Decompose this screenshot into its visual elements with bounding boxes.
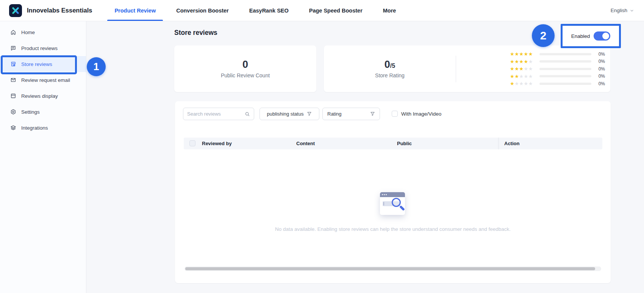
scrollbar-thumb[interactable] xyxy=(185,267,595,270)
search-icon xyxy=(245,111,250,117)
annotation-step2-badge: 2 xyxy=(532,24,555,47)
chat-doc-icon xyxy=(10,45,16,51)
sidebar-item-settings[interactable]: Settings xyxy=(0,104,86,120)
star-empty-icon: ★ xyxy=(524,81,528,86)
select-all-checkbox[interactable] xyxy=(189,140,195,146)
sidebar-item-product-reviews[interactable]: Product reviews xyxy=(0,40,86,56)
star-empty-icon: ★ xyxy=(519,74,524,79)
percentage-bar xyxy=(539,75,591,77)
star-filled-icon: ★ xyxy=(510,66,514,71)
enabled-toggle-label: Enabled xyxy=(571,33,590,39)
brand-name: Innovelabs Essentials xyxy=(27,7,92,14)
store-rating-suffix: /5 xyxy=(390,63,395,69)
search-reviews-input[interactable] xyxy=(187,111,242,117)
star-filled-icon: ★ xyxy=(514,66,519,71)
public-review-count-card: 0 Public Review Count xyxy=(174,45,316,92)
rating-breakdown-row-4-star: ★★★★★0% xyxy=(510,59,605,64)
tab-conversion-booster[interactable]: Conversion Booster xyxy=(166,0,239,21)
star-filled-icon: ★ xyxy=(519,66,524,71)
sidebar-item-integrations[interactable]: Integrations xyxy=(0,120,86,136)
star-icons: ★★★★★ xyxy=(510,52,536,56)
rating-filter[interactable]: Rating xyxy=(322,108,380,120)
language-selector[interactable]: English xyxy=(611,0,634,21)
brand: Innovelabs Essentials xyxy=(9,0,92,21)
tab-more[interactable]: More xyxy=(373,0,406,21)
rating-breakdown-row-1-star: ★★★★★0% xyxy=(510,81,605,86)
star-filled-icon: ★ xyxy=(510,81,514,86)
sidebar: HomeProduct reviewsStore reviewsReview r… xyxy=(0,21,86,293)
sidebar-item-label: Integrations xyxy=(21,125,48,131)
star-filled-icon: ★ xyxy=(519,59,524,64)
star-empty-icon: ★ xyxy=(524,74,528,79)
star-icons: ★★★★★ xyxy=(510,81,536,86)
sidebar-item-label: Home xyxy=(21,30,35,35)
language-label: English xyxy=(611,8,627,13)
store-reviews-enabled-toggle[interactable] xyxy=(594,31,610,41)
app-window: Innovelabs Essentials Product ReviewConv… xyxy=(0,0,644,293)
reviews-panel: publishing status Rating With Image/Vide… xyxy=(175,101,611,283)
funnel-icon xyxy=(370,111,375,116)
nav-tabs: Product ReviewConversion BoosterEasyRank… xyxy=(104,0,406,21)
empty-state-illustration xyxy=(380,192,405,215)
magnifier-icon xyxy=(392,198,401,207)
store-rating-label: Store Rating xyxy=(375,72,405,78)
layers-icon xyxy=(10,125,16,131)
star-filled-icon: ★ xyxy=(510,74,514,79)
star-filled-icon: ★ xyxy=(524,52,528,56)
empty-state-message: No data available. Enabling store review… xyxy=(175,226,611,232)
funnel-icon xyxy=(307,111,312,116)
star-icons: ★★★★★ xyxy=(510,66,536,71)
percentage-label: 0% xyxy=(595,59,605,64)
rating-breakdown-row-2-star: ★★★★★0% xyxy=(510,74,605,79)
star-filled-icon: ★ xyxy=(514,52,519,56)
rating-card-divider xyxy=(456,56,456,82)
tab-easyrank-seo[interactable]: EasyRank SEO xyxy=(239,0,299,21)
mail-icon xyxy=(10,77,16,83)
rating-breakdown-row-3-star: ★★★★★0% xyxy=(510,66,605,71)
chevron-down-icon xyxy=(630,8,634,13)
star-filled-icon: ★ xyxy=(510,59,514,64)
search-reviews-box xyxy=(183,108,254,120)
sidebar-item-home[interactable]: Home xyxy=(0,24,86,40)
sidebar-item-label: Settings xyxy=(21,109,40,115)
tab-page-speed-booster[interactable]: Page Speed Booster xyxy=(299,0,373,21)
star-empty-icon: ★ xyxy=(519,81,524,86)
sidebar-item-label: Store reviews xyxy=(21,61,52,67)
store-rating-number: 0 xyxy=(385,59,390,70)
publishing-status-filter[interactable]: publishing status xyxy=(259,108,319,120)
percentage-label: 0% xyxy=(595,66,605,72)
sidebar-item-label: Product reviews xyxy=(21,45,58,51)
column-header-content: Content xyxy=(296,138,315,149)
column-header-public: Public xyxy=(397,138,412,149)
percentage-bar xyxy=(539,60,591,63)
sidebar-item-review-request-email[interactable]: Review request email xyxy=(0,72,86,88)
percentage-label: 0% xyxy=(595,52,605,57)
rating-breakdown: ★★★★★0%★★★★★0%★★★★★0%★★★★★0%★★★★★0% xyxy=(510,52,605,86)
illustration-cursor xyxy=(383,202,384,205)
star-empty-icon: ★ xyxy=(514,81,519,86)
store-icon xyxy=(10,61,16,67)
illustration-browser-bar xyxy=(380,192,405,197)
with-media-filter: With Image/Video xyxy=(392,111,441,117)
layout-icon xyxy=(10,93,16,99)
rating-breakdown-row-5-star: ★★★★★0% xyxy=(510,52,605,56)
tab-product-review[interactable]: Product Review xyxy=(104,0,166,21)
public-review-count-value: 0 xyxy=(242,60,248,70)
star-filled-icon: ★ xyxy=(528,52,533,56)
publishing-status-label: publishing status xyxy=(267,111,304,117)
rating-filter-label: Rating xyxy=(327,111,342,117)
star-icons: ★★★★★ xyxy=(510,74,536,79)
horizontal-scrollbar xyxy=(184,266,601,271)
percentage-bar xyxy=(539,53,591,55)
star-empty-icon: ★ xyxy=(528,59,533,64)
home-icon xyxy=(10,29,16,35)
sidebar-item-reviews-display[interactable]: Reviews display xyxy=(0,88,86,104)
store-rating-card: 0/5 Store Rating ★★★★★0%★★★★★0%★★★★★0%★★… xyxy=(324,45,610,92)
with-media-label: With Image/Video xyxy=(401,111,441,117)
sidebar-item-label: Reviews display xyxy=(21,93,58,99)
star-icons: ★★★★★ xyxy=(510,59,536,64)
star-empty-icon: ★ xyxy=(528,66,533,71)
store-rating-value: 0/5 xyxy=(385,60,395,70)
with-media-checkbox[interactable] xyxy=(392,111,398,117)
sidebar-item-store-reviews[interactable]: Store reviews xyxy=(0,56,86,72)
